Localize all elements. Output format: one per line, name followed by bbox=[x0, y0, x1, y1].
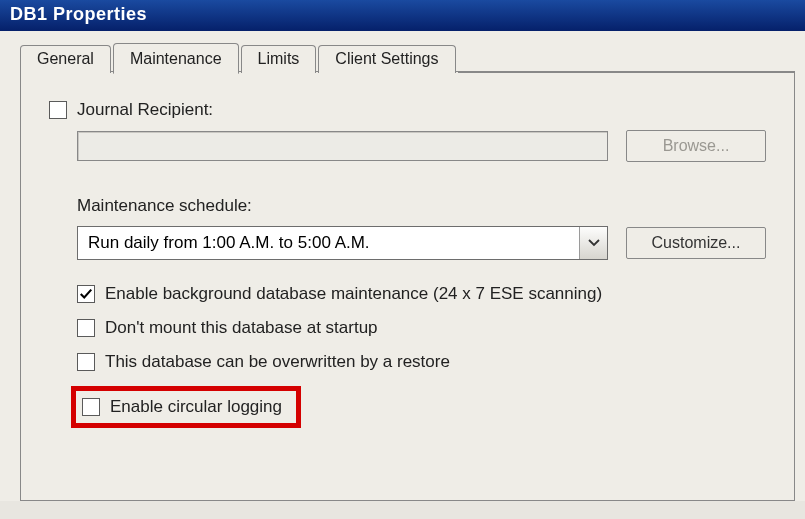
overwrite-checkbox[interactable] bbox=[77, 353, 95, 371]
journal-recipient-input[interactable] bbox=[77, 131, 608, 161]
option-overwrite: This database can be overwritten by a re… bbox=[77, 352, 766, 372]
journal-recipient-input-row: Browse... bbox=[49, 130, 766, 162]
overwrite-label: This database can be overwritten by a re… bbox=[105, 352, 450, 372]
bg-maintenance-checkbox[interactable] bbox=[77, 285, 95, 303]
journal-recipient-checkbox[interactable] bbox=[49, 101, 67, 119]
chevron-down-icon bbox=[579, 227, 607, 259]
dont-mount-label: Don't mount this database at startup bbox=[105, 318, 378, 338]
tab-strip-filler bbox=[458, 72, 796, 73]
journal-recipient-label: Journal Recipient: bbox=[77, 100, 213, 120]
option-bg-maintenance: Enable background database maintenance (… bbox=[77, 284, 766, 304]
tab-maintenance[interactable]: Maintenance bbox=[113, 43, 239, 74]
circular-logging-highlight: Enable circular logging bbox=[71, 386, 301, 428]
schedule-row: Run daily from 1:00 A.M. to 5:00 A.M. Cu… bbox=[49, 226, 766, 260]
schedule-select[interactable]: Run daily from 1:00 A.M. to 5:00 A.M. bbox=[77, 226, 608, 260]
tab-general[interactable]: General bbox=[20, 45, 111, 73]
tab-client-settings[interactable]: Client Settings bbox=[318, 45, 455, 73]
option-circular-logging-row: Enable circular logging bbox=[77, 386, 766, 428]
dont-mount-checkbox[interactable] bbox=[77, 319, 95, 337]
schedule-label-row: Maintenance schedule: bbox=[49, 196, 766, 216]
circular-logging-checkbox[interactable] bbox=[82, 398, 100, 416]
bg-maintenance-label: Enable background database maintenance (… bbox=[105, 284, 602, 304]
tab-limits[interactable]: Limits bbox=[241, 45, 317, 73]
dialog-body: General Maintenance Limits Client Settin… bbox=[0, 31, 805, 501]
customize-button[interactable]: Customize... bbox=[626, 227, 766, 259]
window-title: DB1 Properties bbox=[10, 4, 147, 24]
browse-button[interactable]: Browse... bbox=[626, 130, 766, 162]
options-list: Enable background database maintenance (… bbox=[49, 284, 766, 428]
journal-recipient-row: Journal Recipient: bbox=[49, 100, 766, 120]
tab-strip: General Maintenance Limits Client Settin… bbox=[20, 41, 795, 72]
title-bar: DB1 Properties bbox=[0, 0, 805, 31]
circular-logging-label: Enable circular logging bbox=[110, 397, 282, 417]
schedule-selected-value: Run daily from 1:00 A.M. to 5:00 A.M. bbox=[88, 233, 579, 253]
schedule-label: Maintenance schedule: bbox=[77, 196, 252, 216]
tab-panel-maintenance: Journal Recipient: Browse... Maintenance… bbox=[20, 71, 795, 501]
option-dont-mount: Don't mount this database at startup bbox=[77, 318, 766, 338]
